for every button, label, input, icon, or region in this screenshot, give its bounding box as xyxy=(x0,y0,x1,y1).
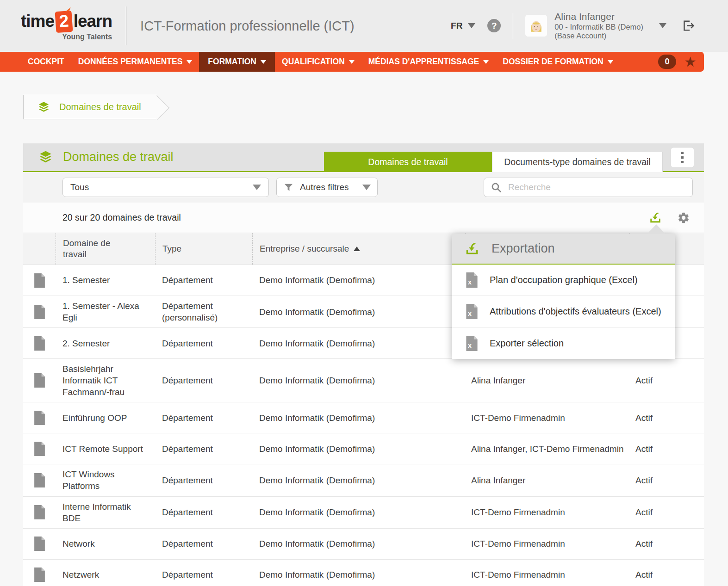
cell-entreprise: Demo Informatik (Demofirma) xyxy=(252,265,465,296)
chevron-down-icon xyxy=(608,60,613,64)
table-row[interactable]: Netzwerk Département Demo Informatik (De… xyxy=(23,560,704,586)
export-menu-item-plan-occupation[interactable]: x Plan d'occupation graphique (Excel) xyxy=(452,265,675,296)
time2learn-logo[interactable]: time2learn Young Talents xyxy=(21,11,112,41)
filter-bar: Tous Autres filtres xyxy=(23,172,704,203)
panel-header: Domaines de travail Domaines de travail … xyxy=(23,143,704,172)
layers-icon xyxy=(37,101,50,113)
excel-file-icon: x xyxy=(466,272,478,288)
tab-domaines-de-travail[interactable]: Domaines de travail xyxy=(324,152,492,172)
sort-ascending-icon xyxy=(354,247,360,251)
table-header-spacer xyxy=(23,233,56,265)
language-label[interactable]: FR xyxy=(451,21,462,31)
nav-right-cluster: 0 ★ xyxy=(658,52,704,72)
nav-item-qualification[interactable]: QUALIFICATION xyxy=(275,52,361,72)
svg-text:x: x xyxy=(468,278,472,286)
cell-owner: ICT-Demo Firmenadmin xyxy=(465,529,629,559)
cell-status: Actif xyxy=(629,497,704,528)
account-dropdown-icon[interactable] xyxy=(659,23,666,28)
table-row[interactable]: Basislehrjahr Informatik ICT Fachmann/-f… xyxy=(23,359,704,402)
export-icon[interactable] xyxy=(649,211,662,224)
cell-domaine: 1. Semester xyxy=(56,265,155,296)
star-icon[interactable]: ★ xyxy=(684,55,697,69)
column-header-domaine[interactable]: Domaine de travail xyxy=(56,233,155,265)
export-menu-item-exporter-selection[interactable]: x Exporter sélection xyxy=(452,327,675,359)
table-row[interactable]: Einführung OOP Département Demo Informat… xyxy=(23,402,704,433)
cell-entreprise: Demo Informatik (Demofirma) xyxy=(252,529,465,559)
cell-owner: ICT-Demo Firmenadmin xyxy=(465,497,629,528)
export-icon xyxy=(465,241,479,256)
kebab-icon xyxy=(681,152,684,154)
cell-entreprise: Demo Informatik (Demofirma) xyxy=(252,296,465,327)
nav-item-medias-apprentissage[interactable]: MÉDIAS D'APPRENTISSAGE xyxy=(361,52,496,72)
table-row[interactable]: ICT Windows Platforms Département Demo I… xyxy=(23,464,704,496)
nav-item-donnees-permanentes[interactable]: DONNÉES PERMANENTES xyxy=(71,52,199,72)
document-icon xyxy=(23,497,56,528)
cell-type: Département xyxy=(155,497,252,528)
document-icon xyxy=(23,433,56,464)
user-account-line1: 00 - Informatik BB (Demo) xyxy=(554,23,643,31)
logo-tagline: Young Talents xyxy=(21,33,112,41)
nav-item-cockpit[interactable]: COCKPIT xyxy=(21,52,71,72)
nav-item-dossier-formation[interactable]: DOSSIER DE FORMATION xyxy=(496,52,620,72)
type-filter-select[interactable]: Tous xyxy=(62,178,269,197)
export-menu-item-attributions[interactable]: x Attributions d'objectifs évaluateurs (… xyxy=(452,296,675,327)
more-options-button[interactable] xyxy=(671,147,694,168)
document-icon xyxy=(23,359,56,402)
cell-owner: ICT-Demo Firmenadmin xyxy=(465,560,629,586)
document-icon xyxy=(23,529,56,559)
cell-status: Actif xyxy=(629,402,704,433)
avatar xyxy=(525,15,547,37)
breadcrumb[interactable]: Domaines de travail xyxy=(23,95,157,119)
cell-type: Département (personnalisé) xyxy=(155,296,252,327)
document-icon xyxy=(23,464,56,496)
gear-icon[interactable] xyxy=(677,211,690,224)
search-box xyxy=(484,178,693,197)
table-row[interactable]: Interne Informatik BDE Département Demo … xyxy=(23,497,704,529)
document-icon xyxy=(23,328,56,358)
search-input[interactable] xyxy=(508,182,686,192)
cell-owner: Alina Infanger xyxy=(465,359,629,402)
chevron-down-icon xyxy=(349,60,355,64)
app-title: ICT-Formation professionnelle (ICT) xyxy=(140,19,355,34)
results-count: 20 sur 20 domaines de travail xyxy=(62,212,181,223)
table-row[interactable]: ICT Remote Support Département Demo Info… xyxy=(23,433,704,464)
column-header-type[interactable]: Type xyxy=(155,233,252,265)
funnel-icon xyxy=(283,182,294,193)
cell-status: Actif xyxy=(629,464,704,496)
cell-status: Actif xyxy=(629,359,704,402)
kebab-icon xyxy=(681,156,684,159)
cell-entreprise: Demo Informatik (Demofirma) xyxy=(252,359,465,402)
more-filters-button[interactable]: Autres filtres xyxy=(276,178,378,197)
nav-item-formation[interactable]: FORMATION xyxy=(199,52,275,72)
cell-owner: ICT-Demo Firmenadmin xyxy=(465,402,629,433)
breadcrumb-label: Domaines de travail xyxy=(59,102,141,112)
chevron-down-icon xyxy=(261,60,266,64)
cell-entreprise: Demo Informatik (Demofirma) xyxy=(252,328,465,358)
chevron-down-icon xyxy=(253,185,261,190)
cell-domaine: 2. Semester xyxy=(56,328,155,358)
header-right-cluster: FR ? Alina Infanger 00 - Informatik BB (… xyxy=(451,11,728,41)
main-nav: COCKPIT DONNÉES PERMANENTES FORMATION QU… xyxy=(0,52,704,72)
help-icon[interactable]: ? xyxy=(487,19,501,32)
cell-entreprise: Demo Informatik (Demofirma) xyxy=(252,464,465,496)
table-row[interactable]: Network Département Demo Informatik (Dem… xyxy=(23,529,704,560)
column-header-entreprise[interactable]: Entreprise / succursale xyxy=(252,233,465,265)
user-info: Alina Infanger 00 - Informatik BB (Demo)… xyxy=(554,11,643,41)
logout-icon[interactable] xyxy=(681,19,696,33)
tab-documents-type[interactable]: Documents-type domaines de travail xyxy=(492,152,663,172)
cell-type: Département xyxy=(155,529,252,559)
excel-file-icon: x xyxy=(466,336,478,351)
cell-type: Département xyxy=(155,464,252,496)
notification-badge[interactable]: 0 xyxy=(658,55,676,69)
cell-entreprise: Demo Informatik (Demofirma) xyxy=(252,402,465,433)
cell-domaine: Einführung OOP xyxy=(56,402,155,433)
language-dropdown-icon[interactable] xyxy=(468,23,475,28)
cell-type: Département xyxy=(155,359,252,402)
logo-2-badge: 2 xyxy=(55,10,73,32)
header-separator-2 xyxy=(513,13,513,39)
logo-text-learn: learn xyxy=(74,12,112,31)
document-icon xyxy=(23,265,56,296)
cell-status: Actif xyxy=(629,529,704,559)
user-name: Alina Infanger xyxy=(554,11,643,23)
document-icon xyxy=(23,560,56,586)
